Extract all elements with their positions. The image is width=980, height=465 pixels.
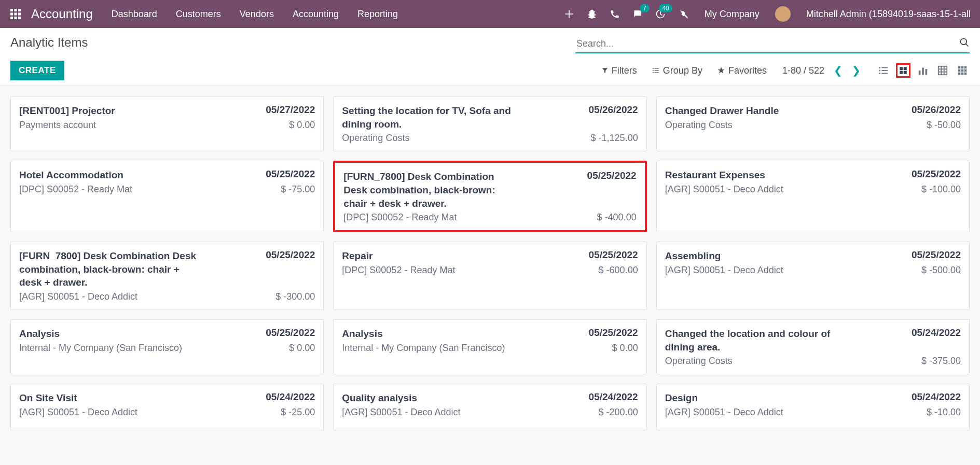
app-title[interactable]: Accounting: [31, 7, 93, 21]
bug-icon[interactable]: [586, 8, 598, 20]
card-date: 05/25/2022: [266, 168, 315, 180]
messages-badge: 7: [640, 4, 650, 12]
card-date: 05/25/2022: [587, 170, 637, 181]
activities-badge: 40: [659, 4, 672, 12]
activities-icon[interactable]: 40: [655, 8, 666, 20]
card-date: 05/24/2022: [912, 391, 961, 403]
svg-rect-25: [900, 71, 903, 74]
nav-customers[interactable]: Customers: [176, 9, 221, 20]
svg-rect-5: [18, 13, 21, 16]
kanban-card[interactable]: Design05/24/2022[AGR] S00051 - Deco Addi…: [656, 384, 970, 430]
svg-rect-39: [961, 69, 964, 72]
card-title: Restaurant Expenses: [665, 168, 765, 182]
plus-icon[interactable]: [563, 8, 575, 20]
svg-rect-29: [926, 69, 928, 75]
nav-accounting[interactable]: Accounting: [293, 9, 339, 20]
favorites-label: Favorites: [728, 65, 767, 76]
create-button[interactable]: CREATE: [10, 61, 64, 80]
company-switcher[interactable]: My Company: [705, 9, 760, 20]
kanban-card[interactable]: [FURN_7800] Desk Combination Desk combin…: [10, 242, 324, 310]
kanban-card[interactable]: On Site Visit05/24/2022[AGR] S00051 - De…: [10, 384, 324, 430]
card-title: On Site Visit: [19, 391, 77, 405]
card-amount: $ 0.00: [289, 120, 315, 131]
svg-rect-43: [964, 73, 967, 75]
nav-reporting[interactable]: Reporting: [357, 9, 398, 20]
graph-view-icon[interactable]: [916, 63, 930, 78]
card-account: [DPC] S00052 - Ready Mat: [19, 184, 132, 195]
svg-rect-12: [655, 68, 659, 68]
card-date: 05/24/2022: [589, 391, 638, 403]
nav-dashboard[interactable]: Dashboard: [112, 9, 157, 20]
svg-rect-41: [958, 73, 961, 75]
card-title: Hotel Accommodation: [19, 168, 123, 182]
kanban-card[interactable]: [FURN_7800] Desk Combination Desk combin…: [333, 161, 646, 232]
kanban-card[interactable]: Assembling05/25/2022[AGR] S00051 - Deco …: [656, 242, 970, 310]
main-menu: Dashboard Customers Vendors Accounting R…: [112, 9, 398, 20]
grid-view-icon[interactable]: [955, 63, 970, 78]
card-amount: $ -300.00: [275, 291, 315, 302]
phone-icon[interactable]: [609, 8, 620, 20]
card-amount: $ 0.00: [289, 343, 315, 354]
groupby-dropdown[interactable]: Group By: [652, 65, 702, 76]
search-icon[interactable]: [959, 37, 970, 50]
pager-value[interactable]: 1-80 / 522: [782, 65, 824, 76]
card-account: Payments account: [19, 120, 96, 131]
kanban-card[interactable]: Changed Drawer Handle05/26/2022Operating…: [656, 96, 970, 151]
list-view-icon[interactable]: [876, 63, 891, 78]
card-amount: $ -600.00: [599, 265, 638, 276]
card-amount: $ -400.00: [597, 212, 637, 223]
card-amount: $ -100.00: [921, 184, 961, 195]
pager-next-icon[interactable]: ❯: [852, 64, 861, 77]
svg-rect-24: [904, 67, 907, 70]
svg-rect-28: [922, 68, 924, 75]
card-title: Assembling: [665, 249, 721, 263]
card-account: Internal - My Company (San Francisco): [19, 343, 182, 354]
card-account: Internal - My Company (San Francisco): [342, 343, 505, 354]
pivot-view-icon[interactable]: [935, 63, 950, 78]
search-input[interactable]: [575, 35, 970, 53]
kanban-card[interactable]: Changed the location and colour of dinin…: [656, 319, 970, 374]
svg-rect-27: [919, 71, 921, 75]
svg-rect-20: [881, 70, 888, 71]
svg-rect-7: [15, 17, 17, 19]
kanban-card[interactable]: Repair05/25/2022[DPC] S00052 - Ready Mat…: [333, 242, 646, 310]
nav-vendors[interactable]: Vendors: [240, 9, 274, 20]
kanban-card[interactable]: Analysis05/25/2022Internal - My Company …: [333, 319, 646, 374]
systray: 7 40 My Company Mitchell Admin (15894019…: [563, 6, 971, 22]
card-account: Operating Costs: [342, 133, 409, 144]
kanban-card[interactable]: [RENT001] Projector05/27/2022Payments ac…: [10, 96, 324, 151]
kanban-container: [RENT001] Projector05/27/2022Payments ac…: [0, 86, 980, 441]
kanban-card[interactable]: Restaurant Expenses05/25/2022[AGR] S0005…: [656, 161, 970, 232]
filters-dropdown[interactable]: Filters: [601, 65, 637, 76]
kanban-card[interactable]: Analysis05/25/2022Internal - My Company …: [10, 319, 324, 374]
svg-rect-11: [653, 68, 654, 68]
svg-rect-22: [881, 73, 888, 74]
messages-icon[interactable]: 7: [632, 8, 643, 20]
svg-rect-40: [964, 69, 967, 72]
card-account: [AGR] S00051 - Deco Addict: [19, 407, 137, 418]
card-date: 05/25/2022: [912, 168, 961, 180]
user-avatar[interactable]: [775, 6, 791, 22]
svg-rect-8: [18, 17, 21, 19]
user-menu[interactable]: Mitchell Admin (15894019-saas-15-1-all: [806, 9, 971, 20]
kanban-card[interactable]: Hotel Accommodation05/25/2022[DPC] S0005…: [10, 161, 324, 232]
favorites-dropdown[interactable]: Favorites: [717, 65, 767, 76]
svg-rect-16: [655, 73, 659, 73]
search-options: Filters Group By Favorites: [601, 65, 767, 76]
card-date: 05/25/2022: [589, 327, 638, 339]
view-switcher: [876, 63, 970, 78]
svg-rect-6: [10, 17, 13, 19]
tools-icon[interactable]: [678, 8, 689, 20]
card-date: 05/25/2022: [266, 327, 315, 339]
card-date: 05/24/2022: [266, 391, 315, 403]
card-account: [AGR] S00051 - Deco Addict: [665, 407, 783, 418]
svg-rect-37: [964, 66, 967, 69]
card-title: Repair: [342, 249, 372, 263]
kanban-view-icon[interactable]: [896, 63, 910, 78]
apps-menu-icon[interactable]: [9, 8, 22, 20]
kanban-card[interactable]: Quality analysis05/24/2022[AGR] S00051 -…: [333, 384, 646, 430]
kanban-card[interactable]: Setting the location for TV, Sofa and di…: [333, 96, 646, 151]
pager-prev-icon[interactable]: ❮: [834, 64, 843, 77]
card-title: Design: [665, 391, 698, 405]
control-panel: Analytic Items CREATE Filters Group By F…: [0, 28, 980, 86]
